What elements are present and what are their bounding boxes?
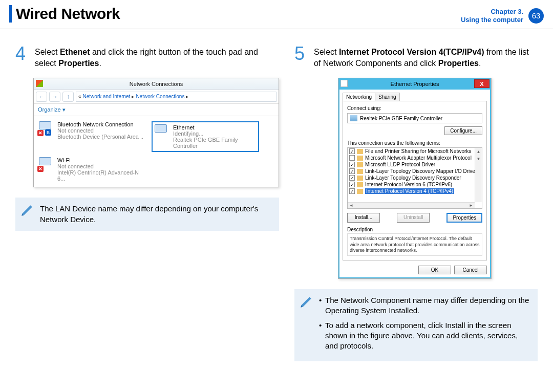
note-icon xyxy=(300,295,314,311)
ethernet-properties-screenshot: Ethernet Properties X Networking Sharing… xyxy=(338,78,492,279)
description-text: Transmission Control Protocol/Internet P… xyxy=(347,233,482,256)
uninstall-button[interactable]: Uninstall xyxy=(397,213,430,223)
chapter-label: Chapter 3. Using the computer xyxy=(461,8,523,24)
connection-item-ethernet[interactable]: Ethernet Identifying... Realtek PCIe GBE… xyxy=(152,121,259,152)
dialog-titlebar: Ethernet Properties X xyxy=(338,78,491,90)
component-icon xyxy=(357,169,363,174)
disabled-icon: ✕ xyxy=(37,130,44,136)
checkbox[interactable] xyxy=(349,155,355,161)
cancel-button[interactable]: Cancel xyxy=(454,266,487,274)
step-number: 5 xyxy=(294,45,309,63)
ok-button[interactable]: OK xyxy=(418,266,451,274)
connect-using-label: Connect using: xyxy=(347,105,482,111)
note-bullet-2: To add a network component, click Instal… xyxy=(319,320,531,352)
checkbox[interactable]: ✓ xyxy=(349,168,355,174)
close-button[interactable]: X xyxy=(474,79,490,88)
tab-networking[interactable]: Networking xyxy=(343,93,375,101)
components-list-label: This connection uses the following items… xyxy=(347,140,482,146)
up-button[interactable]: ↑ xyxy=(62,92,74,102)
list-item[interactable]: ✓Internet Protocol Version 6 (TCP/IPv6) xyxy=(348,181,482,188)
forward-button[interactable]: → xyxy=(49,92,60,102)
step-5: 5 Select Internet Protocol Version 4(TCP… xyxy=(294,45,538,69)
checkbox[interactable]: ✓ xyxy=(349,162,355,167)
step-4-text: Select Ethenet and click the right butto… xyxy=(35,45,279,69)
note-icon xyxy=(20,204,35,220)
list-item[interactable]: ✓Link-Layer Topology Discovery Responder xyxy=(348,175,482,181)
tab-sharing[interactable]: Sharing xyxy=(375,93,399,101)
list-item[interactable]: ✓File and Printer Sharing for Microsoft … xyxy=(348,148,482,155)
component-label: Link-Layer Topology Discovery Responder xyxy=(365,175,461,181)
component-icon xyxy=(357,156,363,161)
checkbox[interactable]: ✓ xyxy=(349,148,355,154)
window-icon xyxy=(36,80,43,87)
scrollbar-horizontal[interactable]: ◄► xyxy=(348,202,475,208)
nic-icon xyxy=(350,115,357,121)
checkbox[interactable]: ✓ xyxy=(349,188,355,194)
back-button[interactable]: ← xyxy=(36,92,47,102)
organize-menu[interactable]: Organize ▾ xyxy=(38,106,66,113)
component-icon xyxy=(357,182,363,187)
window-titlebar: Network Connections xyxy=(34,78,279,90)
checkbox[interactable]: ✓ xyxy=(349,175,355,181)
components-listbox[interactable]: ✓File and Printer Sharing for Microsoft … xyxy=(347,147,482,209)
component-label: File and Printer Sharing for Microsoft N… xyxy=(365,148,471,154)
component-label: Internet Protocol Version 6 (TCP/IPv6) xyxy=(365,182,452,187)
address-bar[interactable]: « Network and Internet ▸ Network Connect… xyxy=(76,92,276,102)
note-right-list: The Network Component name may differ de… xyxy=(319,295,531,355)
description-label: Description xyxy=(347,227,482,232)
component-icon xyxy=(357,149,363,154)
disabled-icon: ✕ xyxy=(37,166,44,172)
list-item[interactable]: ✓Microsoft LLDP Protocol Driver xyxy=(348,161,482,168)
window-icon xyxy=(341,80,348,87)
note-right: The Network Component name may differ de… xyxy=(294,289,538,361)
step-4: 4 Select Ethenet and click the right but… xyxy=(15,45,279,69)
note-left: The LAN Device name may differ depending… xyxy=(15,198,279,231)
list-item[interactable]: Microsoft Network Adapter Multiplexor Pr… xyxy=(348,155,482,161)
scrollbar-vertical[interactable]: ▲▼ xyxy=(475,148,482,202)
adapter-field: Realtek PCIe GBE Family Controller xyxy=(347,113,482,123)
connection-item-bluetooth[interactable]: ✕B Bluetooth Network Connection Not conn… xyxy=(39,121,146,152)
step-number: 4 xyxy=(15,45,30,63)
connection-item-wifi[interactable]: ✕ Wi-Fi Not connected Intel(R) Centrino(… xyxy=(39,157,146,182)
list-item[interactable]: ✓Link-Layer Topology Discovery Mapper I/… xyxy=(348,168,482,175)
checkbox[interactable]: ✓ xyxy=(349,182,355,187)
component-icon xyxy=(357,189,363,194)
component-icon xyxy=(357,176,363,181)
step-5-text: Select Internet Protocol Version 4(TCP/I… xyxy=(314,45,538,69)
bluetooth-icon: B xyxy=(45,129,51,136)
install-button[interactable]: Install... xyxy=(347,213,380,223)
page-number-badge: 63 xyxy=(528,8,544,24)
component-icon xyxy=(357,162,363,167)
configure-button[interactable]: Configure... xyxy=(444,126,482,135)
network-connections-screenshot: Network Connections ← → ↑ « Network and … xyxy=(33,78,279,187)
component-label: Internet Protocol Version 4 (TCP/IPv4) xyxy=(365,188,454,194)
properties-button[interactable]: Properties xyxy=(446,213,482,223)
component-label: Microsoft LLDP Protocol Driver xyxy=(365,162,435,167)
page-title: Wired Network xyxy=(16,5,120,23)
note-bullet-1: The Network Component name may differ de… xyxy=(319,295,531,316)
component-label: Link-Layer Topology Discovery Mapper I/O… xyxy=(365,168,477,174)
title-accent-bar xyxy=(9,5,12,23)
list-item[interactable]: ✓Internet Protocol Version 4 (TCP/IPv4) xyxy=(348,188,482,194)
component-label: Microsoft Network Adapter Multiplexor Pr… xyxy=(365,155,472,161)
note-left-text: The LAN Device name may differ depending… xyxy=(40,204,273,225)
